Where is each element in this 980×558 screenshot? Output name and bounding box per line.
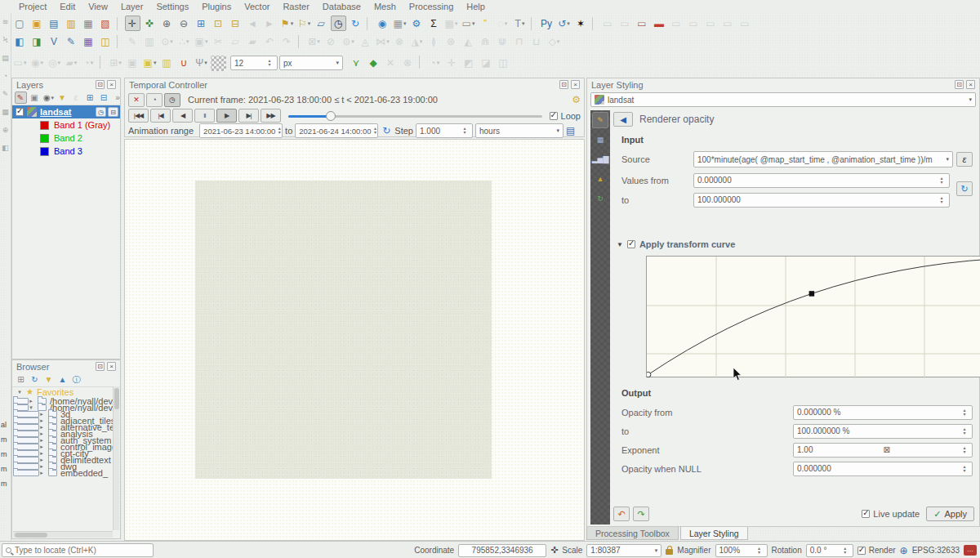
temporal-nav-fixed-button[interactable]: ◔	[146, 93, 163, 107]
jump-start-button[interactable]: |◀◀	[128, 109, 149, 123]
output-value-input[interactable]: 0.000000 %	[793, 405, 973, 420]
field-calculator-icon[interactable]: ▦▾	[443, 16, 459, 31]
refresh-map-icon[interactable]: ↻	[348, 16, 363, 31]
digitize-circle-icon[interactable]: ◔▾	[81, 56, 96, 71]
zoom-full-icon[interactable]: ⊞	[194, 16, 209, 31]
next-frame-button[interactable]: ▶|	[238, 109, 259, 123]
close-panel-icon[interactable]: ×	[966, 80, 975, 89]
digitize-segment-icon[interactable]: ◎▾	[47, 56, 62, 71]
layout-manager-icon[interactable]: ▦	[81, 16, 96, 31]
menu-item[interactable]: Help	[461, 1, 491, 12]
refresh-range-icon[interactable]: ↻	[382, 125, 390, 136]
tracing-icon[interactable]: Ψ▾	[194, 56, 209, 71]
dock-tab[interactable]: Layer Styling	[680, 527, 748, 540]
filter-legend-icon[interactable]: ▼	[56, 92, 69, 104]
snapping-options-icon[interactable]: ▭▾	[12, 56, 28, 71]
expander-icon[interactable]: ▸	[28, 398, 34, 404]
expander-icon[interactable]: ▸	[38, 470, 45, 476]
transform-curve-editor[interactable]	[646, 256, 980, 377]
float-panel-icon[interactable]: ⊡	[96, 80, 105, 89]
spinner[interactable]	[275, 127, 283, 135]
lock-scale-icon[interactable]	[666, 549, 673, 555]
remove-layer-icon[interactable]: »	[112, 92, 124, 104]
spinner[interactable]	[461, 127, 469, 135]
timeline-slider-handle[interactable]	[326, 111, 336, 121]
zoom-out-icon[interactable]: ⊖	[176, 16, 192, 31]
add-record-icon[interactable]: ∴▾	[176, 34, 192, 50]
new-geojson-icon[interactable]: ✎	[64, 34, 79, 50]
collapse-all-icon[interactable]: ▲	[56, 373, 69, 386]
digitize-icon[interactable]: ⊙▾	[159, 34, 175, 50]
select-value-icon[interactable]: ⊘	[323, 34, 339, 50]
map-canvas[interactable]	[124, 139, 585, 541]
expander-icon[interactable]: ▾	[28, 404, 34, 411]
map-tips-icon[interactable]: ”	[478, 16, 493, 31]
data-source-manager-icon[interactable]: ◧	[12, 34, 28, 50]
filter-icon[interactable]: ≬	[426, 34, 442, 50]
mouse-position-icon[interactable]: ✜	[550, 545, 558, 556]
show-properties-icon[interactable]: ⓘ	[70, 373, 82, 386]
zoom-to-selection-icon[interactable]: ⊡	[211, 16, 226, 31]
expression-builder-button[interactable]: ε	[956, 152, 973, 167]
toggle-editing-icon[interactable]: ✎	[125, 34, 140, 50]
pyramids-tab-icon[interactable]: ▲	[592, 171, 608, 187]
collapse-all-icon[interactable]: ⊟	[98, 92, 110, 104]
histogram-tab-icon[interactable]: ▂▅▇	[592, 151, 608, 167]
split-icon[interactable]: ◭	[461, 34, 476, 50]
locate-input[interactable]	[15, 546, 137, 555]
new-virtual-layer-icon[interactable]: ◫	[98, 34, 114, 50]
select-features-icon[interactable]: ▦▾	[392, 16, 408, 31]
undo-icon[interactable]: ↶	[262, 34, 278, 50]
pan-to-selection-icon[interactable]: ✜	[142, 16, 158, 31]
band-item[interactable]: Band 2	[12, 132, 120, 145]
label-move-icon[interactable]: ▭	[686, 16, 702, 31]
zoom-in-icon[interactable]: ⊕	[159, 16, 175, 31]
jump-end-button[interactable]: ▶▶	[261, 109, 281, 123]
redo-style-button[interactable]: ↷	[633, 507, 649, 521]
style-manager-icon[interactable]: ▧	[98, 16, 114, 31]
zoom-to-layer-icon[interactable]: ⊟	[228, 16, 243, 31]
temporal-nav-animated-button[interactable]: ◷	[164, 93, 180, 107]
redo-icon[interactable]: ↷	[279, 34, 295, 50]
processing-history-icon[interactable]: ↺▾	[556, 16, 572, 31]
menu-item[interactable]: Edit	[54, 1, 81, 12]
expander-icon[interactable]: ▸	[38, 437, 45, 444]
offset-icon[interactable]: ⋓	[495, 34, 510, 50]
values-to-input[interactable]: 100.000000	[693, 193, 950, 208]
deselect-icon[interactable]: ⊜▾	[341, 34, 356, 50]
collapse-arrow-icon[interactable]: ▼	[617, 241, 623, 248]
new-layout-icon[interactable]: ▱	[314, 16, 329, 31]
actions-icon[interactable]: ◮▾	[409, 34, 425, 50]
label-rotate-icon[interactable]: ▭	[703, 16, 719, 31]
measure-icon[interactable]: ▭▾	[461, 16, 476, 31]
statistics-icon[interactable]: Σ	[426, 16, 442, 31]
spinner[interactable]	[372, 127, 379, 135]
expander-icon[interactable]: ▸	[38, 463, 45, 470]
transparency-tab-icon[interactable]: ▦	[592, 132, 608, 148]
stroke-width-input[interactable]: 12	[230, 56, 278, 70]
source-expression-input[interactable]: 100*minute(age( @map_start_time , @anima…	[693, 151, 953, 167]
vertex-marker-icon[interactable]: ⋎	[349, 56, 364, 71]
coordinate-input[interactable]: 795852,3346936	[458, 544, 546, 557]
label-show-hide-icon[interactable]: ▭	[669, 16, 684, 31]
timeline-slider[interactable]	[288, 110, 542, 122]
filter-browser-icon[interactable]: ▼	[42, 373, 55, 386]
menu-item[interactable]: Layer	[115, 1, 149, 12]
spinner[interactable]	[938, 176, 946, 185]
step-input[interactable]: 1.000	[416, 123, 473, 138]
messages-icon[interactable]: …	[964, 545, 977, 556]
browser-vscrollbar[interactable]	[113, 386, 119, 530]
expander-icon[interactable]: ▸	[38, 411, 45, 417]
options-icon[interactable]: ⚙	[409, 16, 425, 31]
filter-indicator-icon[interactable]: ⊟	[108, 107, 118, 117]
select-expression-icon[interactable]: ◬	[358, 34, 373, 50]
label-pin-icon[interactable]: ▭	[600, 16, 616, 31]
python-console-icon[interactable]: Py	[539, 16, 555, 31]
step-unit-select[interactable]: hours	[475, 123, 564, 138]
spinner[interactable]	[265, 59, 274, 67]
annotation-icon[interactable]: ◌▾	[495, 16, 510, 31]
spinner[interactable]	[960, 465, 969, 473]
play-forward-button[interactable]: ▶	[216, 109, 237, 123]
pan-map-icon[interactable]: ✛	[125, 16, 140, 31]
dock-tab[interactable]: Processing Toolbox	[586, 527, 679, 540]
